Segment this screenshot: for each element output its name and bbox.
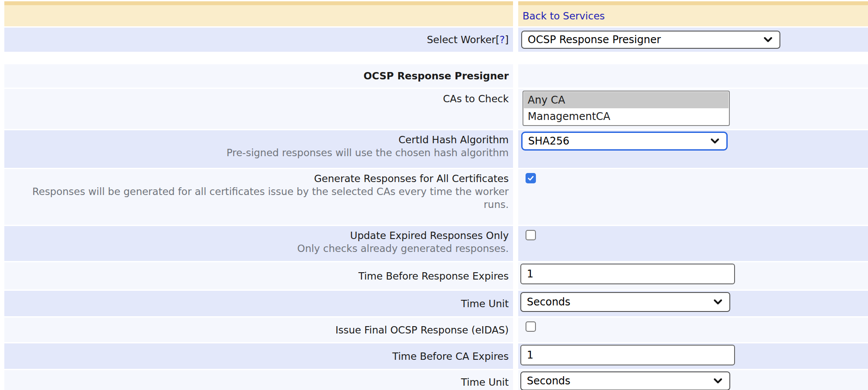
update-expired-control-cell (518, 226, 868, 261)
help-bracket-close: ] (505, 34, 509, 45)
ca-listbox-option[interactable]: ManagementCA (524, 108, 729, 125)
worker-selector-label-cell: Select Worker[?] (4, 28, 513, 52)
time-unit-ca-label-cell: Time Unit (4, 370, 513, 390)
time-before-response-control-cell (518, 262, 868, 289)
generate-all-label: Generate Responses for All Certificates (314, 172, 509, 185)
time-unit-response-select[interactable]: Seconds (520, 292, 730, 312)
ca-listbox-option[interactable]: Any CA (524, 92, 729, 108)
cas-to-check-row: CAs to Check Any CA ManagementCA (4, 89, 868, 129)
worker-selector-label: Select Worker[?] (427, 33, 509, 46)
time-before-ca-control-cell (518, 343, 868, 369)
form-title: OCSP Response Presigner (364, 69, 509, 82)
time-before-response-row: Time Before Response Expires (4, 262, 868, 289)
hash-algorithm-row: CertId Hash Algorithm Pre-signed respons… (4, 130, 868, 168)
help-bracket-open: [ (496, 34, 500, 45)
chevron-down-icon (763, 37, 773, 43)
banner-left-cell (4, 1, 513, 26)
eidas-row: Issue Final OCSP Response (eIDAS) (4, 318, 868, 342)
worker-selector-row: Select Worker[?] OCSP Response Presigner (4, 28, 868, 52)
form-title-row: OCSP Response Presigner (4, 64, 868, 88)
generate-all-label-cell: Generate Responses for All Certificates … (4, 169, 513, 225)
update-expired-help-text: Only checks already generated responses. (297, 242, 509, 255)
hash-control-cell: SHA256 (518, 130, 868, 168)
update-expired-row: Update Expired Responses Only Only check… (4, 226, 868, 261)
hash-algorithm-select[interactable]: SHA256 (521, 132, 728, 151)
time-unit-ca-row: Time Unit Seconds (4, 370, 868, 390)
header-banner: Back to Services (4, 1, 868, 26)
time-unit-response-select-value: Seconds (527, 296, 713, 308)
form-title-cell: OCSP Response Presigner (4, 64, 513, 88)
time-unit-ca-select-value: Seconds (527, 375, 713, 387)
worker-selector-control-cell: OCSP Response Presigner (518, 28, 868, 52)
banner-right-cell: Back to Services (518, 1, 868, 26)
time-unit-response-row: Time Unit Seconds (4, 291, 868, 316)
eidas-label-cell: Issue Final OCSP Response (eIDAS) (4, 318, 513, 342)
help-question-link[interactable]: ? (500, 34, 505, 45)
form-title-empty-cell (518, 64, 868, 88)
time-unit-ca-label: Time Unit (461, 376, 509, 389)
time-before-ca-input[interactable] (520, 345, 735, 365)
cas-label-cell: CAs to Check (4, 89, 513, 129)
hash-label: CertId Hash Algorithm (399, 133, 509, 146)
time-before-response-input[interactable] (520, 264, 735, 284)
update-expired-label-cell: Update Expired Responses Only Only check… (4, 226, 513, 261)
time-before-response-label: Time Before Response Expires (358, 270, 509, 283)
time-unit-response-control-cell: Seconds (518, 291, 868, 316)
worker-select[interactable]: OCSP Response Presigner (521, 31, 780, 49)
time-before-response-label-cell: Time Before Response Expires (4, 262, 513, 289)
eidas-control-cell (518, 318, 868, 342)
worker-select-value: OCSP Response Presigner (528, 34, 763, 46)
generate-all-help-text: Responses will be generated for all cert… (8, 185, 509, 211)
time-before-ca-row: Time Before CA Expires (4, 343, 868, 369)
chevron-down-icon (713, 299, 722, 305)
update-expired-checkbox[interactable] (526, 230, 536, 240)
worker-selector-label-text: Select Worker (427, 34, 496, 45)
section-gap (0, 53, 868, 64)
back-to-services-link[interactable]: Back to Services (523, 10, 605, 22)
time-unit-response-label: Time Unit (461, 297, 509, 310)
update-expired-label: Update Expired Responses Only (350, 229, 509, 242)
check-icon (527, 174, 535, 182)
chevron-down-icon (713, 378, 722, 384)
time-unit-ca-control-cell: Seconds (518, 370, 868, 390)
time-before-ca-label: Time Before CA Expires (393, 350, 509, 363)
hash-algorithm-select-value: SHA256 (528, 135, 710, 147)
eidas-checkbox[interactable] (526, 321, 536, 332)
hash-label-cell: CertId Hash Algorithm Pre-signed respons… (4, 130, 513, 168)
chevron-down-icon (710, 138, 719, 144)
generate-all-checkbox[interactable] (526, 173, 536, 183)
eidas-label: Issue Final OCSP Response (eIDAS) (336, 324, 509, 337)
generate-all-row: Generate Responses for All Certificates … (4, 169, 868, 225)
time-unit-response-label-cell: Time Unit (4, 291, 513, 316)
cas-control-cell: Any CA ManagementCA (518, 89, 868, 129)
time-before-ca-label-cell: Time Before CA Expires (4, 343, 513, 369)
generate-all-control-cell (518, 169, 868, 225)
time-unit-ca-select[interactable]: Seconds (520, 371, 730, 390)
hash-help-text: Pre-signed responses will use the chosen… (227, 146, 509, 159)
cas-label: CAs to Check (443, 92, 509, 105)
ca-listbox[interactable]: Any CA ManagementCA (523, 91, 730, 126)
